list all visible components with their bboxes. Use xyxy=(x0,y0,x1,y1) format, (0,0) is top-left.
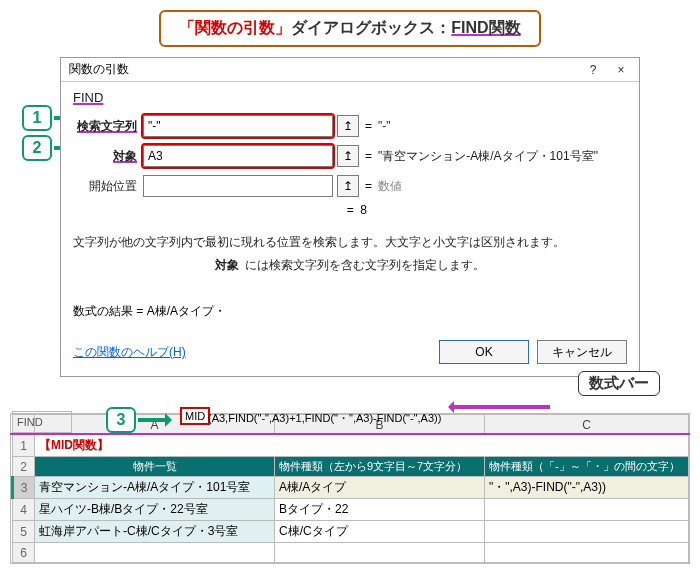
formula-bar-label: 数式バー xyxy=(578,371,660,396)
row-header-3[interactable]: 3 xyxy=(13,477,35,499)
titlebar-help-button[interactable]: ? xyxy=(579,63,607,77)
arg-input-within-text[interactable] xyxy=(143,145,333,167)
arg-result-find-text: "-" xyxy=(378,119,391,133)
cell-a1[interactable]: 【MID関数】 xyxy=(35,435,689,457)
cell-b4[interactable]: Bタイプ・22 xyxy=(275,499,485,521)
step-badge-3: 3 xyxy=(106,407,136,433)
row-header-6[interactable]: 6 xyxy=(13,543,35,563)
dialog-title: 関数の引数 xyxy=(65,61,579,78)
step-badge-2: 2 xyxy=(22,135,52,161)
titlebar-close-button[interactable]: × xyxy=(607,63,635,77)
cell-c3[interactable]: "・",A3)-FIND("-",A3)) xyxy=(485,477,689,499)
equals-sign: = xyxy=(365,179,372,193)
function-arguments-dialog: 関数の引数 ? × FIND 検索文字列 ↥ = "-" 対象 ↥ = xyxy=(60,57,640,377)
row-header-5[interactable]: 5 xyxy=(13,521,35,543)
cell-a4[interactable]: 星ハイツ-B棟/Bタイプ・22号室 xyxy=(35,499,275,521)
collapse-dialog-button[interactable]: ↥ xyxy=(337,175,359,197)
cell-a6[interactable] xyxy=(35,543,275,563)
pink-arrow xyxy=(450,405,550,409)
formula-result-value: A棟/Aタイプ・ xyxy=(147,304,226,318)
cell-a5[interactable]: 虹海岸アパート-C棟/Cタイプ・3号室 xyxy=(35,521,275,543)
overall-equals: = xyxy=(347,203,354,217)
cell-c5[interactable] xyxy=(485,521,689,543)
arg-result-start-num: 数値 xyxy=(378,178,402,195)
cell-a3[interactable]: 青空マンション-A棟/Aタイプ・101号室 xyxy=(35,477,275,499)
cancel-button[interactable]: キャンセル xyxy=(537,340,627,364)
title-part3: FIND関数 xyxy=(451,19,520,36)
cell-b2[interactable]: 物件種類（左から9文字目～7文字分） xyxy=(275,457,485,477)
cell-c2[interactable]: 物件種類（「-」～「・」の間の文字） xyxy=(485,457,689,477)
arg-label-start-num: 開始位置 xyxy=(73,178,137,195)
formula-result-label: 数式の結果 = xyxy=(73,304,147,318)
worksheet[interactable]: A B C 1 【MID関数】 2 物件一覧 物件種類（左から9文字目～7文字分… xyxy=(10,413,690,564)
equals-sign: = xyxy=(365,149,372,163)
row-header-2[interactable]: 2 xyxy=(13,457,35,477)
cell-b5[interactable]: C棟/Cタイプ xyxy=(275,521,485,543)
cell-b6[interactable] xyxy=(275,543,485,563)
annotation-title: 「関数の引数」ダイアログボックス：FIND関数 xyxy=(10,10,690,47)
arg-desc-text: には検索文字列を含む文字列を指定します。 xyxy=(245,258,485,272)
step-badge-1: 1 xyxy=(22,105,52,131)
formula-bar-underline xyxy=(10,433,690,435)
equals-sign: = xyxy=(365,119,372,133)
arg-input-start-num[interactable] xyxy=(143,175,333,197)
row-header-4[interactable]: 4 xyxy=(13,499,35,521)
arg-result-within-text: "青空マンション-A棟/Aタイプ・101号室" xyxy=(378,148,598,165)
title-part2: ダイアログボックス： xyxy=(291,19,451,36)
function-help-link[interactable]: この関数のヘルプ(H) xyxy=(73,344,431,361)
cell-c4[interactable] xyxy=(485,499,689,521)
arrow-3 xyxy=(138,418,170,422)
col-header-c[interactable]: C xyxy=(485,415,689,435)
formula-bar-content[interactable]: (A3,FIND("-",A3)+1,FIND("・",A3)-FIND("-"… xyxy=(208,411,441,426)
formula-bar-highlight: MID xyxy=(180,407,210,425)
cell-c6[interactable] xyxy=(485,543,689,563)
arg-label-find-text: 検索文字列 xyxy=(73,118,137,135)
row-header-1[interactable]: 1 xyxy=(13,435,35,457)
arg-desc-label: 対象 xyxy=(215,258,239,272)
arg-input-find-text[interactable] xyxy=(143,115,333,137)
cell-a2[interactable]: 物件一覧 xyxy=(35,457,275,477)
ok-button[interactable]: OK xyxy=(439,340,529,364)
title-part1: 「関数の引数」 xyxy=(179,19,291,36)
collapse-dialog-button[interactable]: ↥ xyxy=(337,145,359,167)
arg-label-within-text: 対象 xyxy=(73,148,137,165)
collapse-dialog-button[interactable]: ↥ xyxy=(337,115,359,137)
overall-result: 8 xyxy=(360,203,367,217)
name-box[interactable]: FIND xyxy=(12,411,72,433)
cell-b3[interactable]: A棟/Aタイプ xyxy=(275,477,485,499)
function-name: FIND xyxy=(73,90,627,105)
dialog-titlebar[interactable]: 関数の引数 ? × xyxy=(61,58,639,82)
function-description: 文字列が他の文字列内で最初に現れる位置を検索します。大文字と小文字は区別されます… xyxy=(73,233,627,252)
